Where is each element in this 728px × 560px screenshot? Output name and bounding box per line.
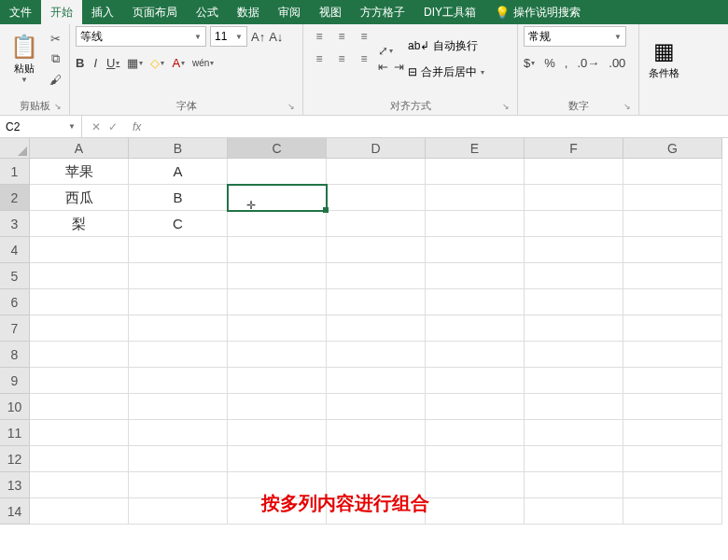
cell-F4[interactable] (525, 237, 623, 263)
cell-B4[interactable] (129, 237, 228, 263)
col-header-G[interactable]: G (623, 138, 722, 159)
tab-ffgz[interactable]: 方方格子 (351, 0, 414, 24)
cell-D8[interactable] (327, 342, 426, 368)
row-header-6[interactable]: 6 (0, 289, 30, 315)
cell-A4[interactable] (30, 237, 129, 263)
confirm-edit-button[interactable]: ✓ (108, 120, 118, 133)
font-color-button[interactable]: A▾ (172, 56, 185, 70)
tab-page-layout[interactable]: 页面布局 (123, 0, 187, 24)
increase-decimal-button[interactable]: .0→ (577, 56, 599, 70)
font-size-select[interactable]: 11▼ (210, 26, 247, 47)
tab-view[interactable]: 视图 (310, 0, 351, 24)
italic-button[interactable]: I (93, 56, 97, 70)
phonetic-button[interactable]: wén▾ (192, 58, 214, 68)
align-top-button[interactable]: ≡ (309, 26, 329, 47)
tab-review[interactable]: 审阅 (269, 0, 310, 24)
cell-A6[interactable] (30, 289, 129, 315)
cell-G2[interactable] (623, 185, 722, 211)
cell-G5[interactable] (623, 263, 722, 289)
cell-E6[interactable] (426, 289, 525, 315)
cell-E11[interactable] (426, 420, 525, 446)
orientation-button[interactable]: ⤢▾ (378, 44, 404, 58)
conditional-format-button[interactable]: ▦ 条件格 (645, 26, 682, 91)
tab-data[interactable]: 数据 (228, 0, 269, 24)
cell-B3[interactable]: C (129, 211, 228, 237)
cell-G3[interactable] (623, 211, 722, 237)
cell-E14[interactable] (426, 498, 525, 525)
cell-F3[interactable] (525, 211, 623, 237)
cell-F5[interactable] (525, 263, 623, 289)
cell-C8[interactable] (228, 342, 327, 368)
cell-G14[interactable] (623, 498, 722, 525)
cell-G8[interactable] (623, 342, 722, 368)
border-button[interactable]: ▦▾ (127, 56, 143, 70)
cell-A5[interactable] (30, 263, 129, 289)
cell-D3[interactable] (327, 211, 426, 237)
cell-F14[interactable] (525, 498, 623, 525)
cell-C12[interactable] (228, 446, 327, 472)
cell-C4[interactable] (228, 237, 327, 263)
cell-E1[interactable] (426, 159, 525, 185)
cell-C10[interactable] (228, 394, 327, 420)
cell-D2[interactable] (327, 185, 426, 211)
cell-C2[interactable]: ✛ (228, 185, 327, 211)
align-middle-button[interactable]: ≡ (331, 26, 352, 47)
align-bottom-button[interactable]: ≡ (354, 26, 374, 47)
cell-G11[interactable] (623, 420, 722, 446)
cell-B9[interactable] (129, 368, 228, 394)
format-painter-button[interactable]: 🖌 (47, 71, 63, 88)
row-header-12[interactable]: 12 (0, 446, 30, 472)
cell-G1[interactable] (623, 159, 722, 185)
cell-D10[interactable] (327, 394, 426, 420)
cell-E13[interactable] (426, 472, 525, 498)
font-launcher[interactable]: ↘ (286, 102, 297, 113)
cell-F10[interactable] (525, 394, 623, 420)
cell-F9[interactable] (525, 368, 623, 394)
cancel-edit-button[interactable]: ✕ (91, 120, 101, 133)
cell-E10[interactable] (426, 394, 525, 420)
cell-E5[interactable] (426, 263, 525, 289)
cell-A12[interactable] (30, 446, 129, 472)
cell-B1[interactable]: A (129, 159, 228, 185)
cell-E7[interactable] (426, 315, 525, 342)
cell-F8[interactable] (525, 342, 623, 368)
col-header-B[interactable]: B (129, 138, 228, 159)
cell-F7[interactable] (525, 315, 623, 342)
cell-C9[interactable] (228, 368, 327, 394)
cell-D6[interactable] (327, 289, 426, 315)
cell-D9[interactable] (327, 368, 426, 394)
cell-C5[interactable] (228, 263, 327, 289)
col-header-E[interactable]: E (426, 138, 525, 159)
name-box[interactable]: C2▼ (0, 116, 82, 137)
cell-E4[interactable] (426, 237, 525, 263)
number-format-select[interactable]: 常规▼ (524, 26, 626, 47)
cell-C6[interactable] (228, 289, 327, 315)
cell-B10[interactable] (129, 394, 228, 420)
cell-B8[interactable] (129, 342, 228, 368)
tab-insert[interactable]: 插入 (82, 0, 123, 24)
wrap-text-button[interactable]: ab↲自动换行 (408, 35, 484, 56)
cell-C11[interactable] (228, 420, 327, 446)
cell-G7[interactable] (623, 315, 722, 342)
tab-file[interactable]: 文件 (0, 0, 41, 24)
cut-button[interactable]: ✂ (47, 30, 63, 47)
align-center-button[interactable]: ≡ (331, 49, 352, 69)
cell-B2[interactable]: B (129, 185, 228, 211)
number-launcher[interactable]: ↘ (622, 102, 633, 113)
cell-B12[interactable] (129, 446, 228, 472)
cell-B11[interactable] (129, 420, 228, 446)
cell-D4[interactable] (327, 237, 426, 263)
row-header-10[interactable]: 10 (0, 394, 30, 420)
cell-G13[interactable] (623, 472, 722, 498)
cell-C1[interactable] (228, 159, 327, 185)
cell-E3[interactable] (426, 211, 525, 237)
cell-A3[interactable]: 梨 (30, 211, 129, 237)
cell-A2[interactable]: 西瓜 (30, 185, 129, 211)
row-header-14[interactable]: 14 (0, 498, 30, 525)
underline-button[interactable]: U▾ (106, 56, 119, 70)
cell-D5[interactable] (327, 263, 426, 289)
cell-E2[interactable] (426, 185, 525, 211)
font-name-select[interactable]: 等线▼ (76, 26, 206, 47)
cell-F13[interactable] (525, 472, 623, 498)
cell-E9[interactable] (426, 368, 525, 394)
